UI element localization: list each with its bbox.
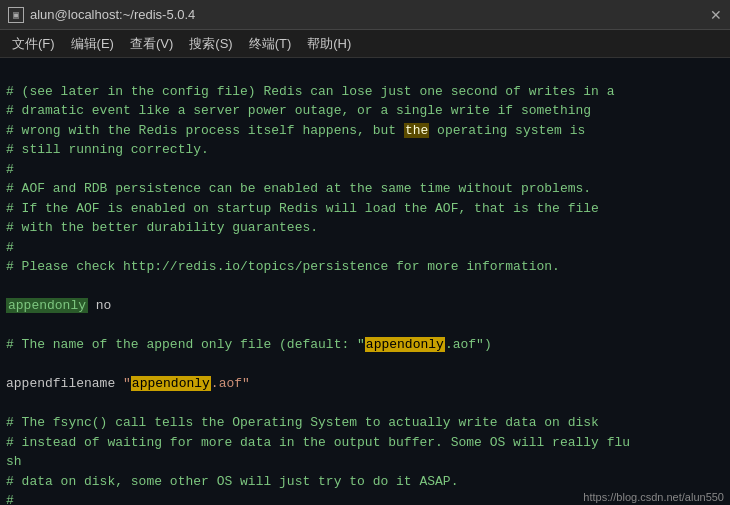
menu-help[interactable]: 帮助(H) <box>299 33 359 55</box>
line-4: # still running correctly. <box>6 142 209 157</box>
line-6: # AOF and RDB persistence can be enabled… <box>6 181 591 196</box>
line-17 <box>6 396 14 411</box>
line-7: # If the AOF is enabled on startup Redis… <box>6 201 599 216</box>
line-1: # (see later in the config file) Redis c… <box>6 84 615 99</box>
menu-terminal[interactable]: 终端(T) <box>241 33 300 55</box>
close-button[interactable]: ✕ <box>710 7 722 23</box>
title-text: alun@localhost:~/redis-5.0.4 <box>30 7 195 22</box>
line-10: # Please check http://redis.io/topics/pe… <box>6 259 560 274</box>
title-bar: ▣ alun@localhost:~/redis-5.0.4 ✕ <box>0 0 730 30</box>
line-22: # <box>6 493 14 505</box>
menu-view[interactable]: 查看(V) <box>122 33 181 55</box>
menu-bar: 文件(F) 编辑(E) 查看(V) 搜索(S) 终端(T) 帮助(H) <box>0 30 730 58</box>
line-18: # The fsync() call tells the Operating S… <box>6 415 599 430</box>
line-12: appendonly no <box>6 298 111 313</box>
line-8: # with the better durability guarantees. <box>6 220 318 235</box>
line-13 <box>6 318 14 333</box>
status-bar: https://blog.csdn.net/alun550 <box>577 489 730 505</box>
line-5: # <box>6 162 14 177</box>
line-14: # The name of the append only file (defa… <box>6 337 492 352</box>
line-2: # dramatic event like a server power out… <box>6 103 591 118</box>
line-19: # instead of waiting for more data in th… <box>6 435 630 450</box>
line-3: # wrong with the Redis process itself ha… <box>6 123 585 138</box>
line-9: # <box>6 240 14 255</box>
line-15 <box>6 357 14 372</box>
line-16: appendfilename "appendonly.aof" <box>6 376 250 391</box>
content-area: # (see later in the config file) Redis c… <box>0 58 730 505</box>
menu-search[interactable]: 搜索(S) <box>181 33 240 55</box>
menu-edit[interactable]: 编辑(E) <box>63 33 122 55</box>
line-20: sh <box>6 454 22 469</box>
menu-file[interactable]: 文件(F) <box>4 33 63 55</box>
code-content: # (see later in the config file) Redis c… <box>0 58 730 505</box>
line-21: # data on disk, some other OS will just … <box>6 474 458 489</box>
window-icon: ▣ <box>8 7 24 23</box>
line-11 <box>6 279 14 294</box>
